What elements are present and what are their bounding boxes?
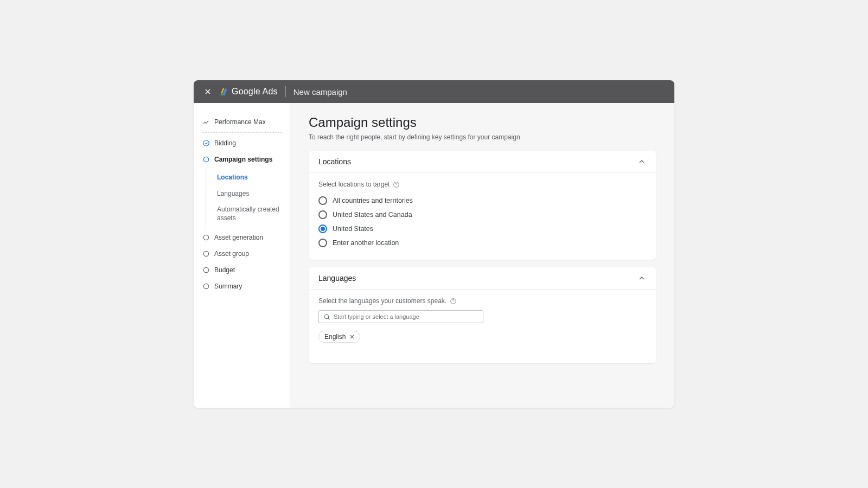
chip-label: English	[324, 333, 346, 341]
circle-icon	[202, 266, 210, 274]
sidebar-step-performance-max[interactable]: Performance Max	[202, 114, 282, 133]
radio-label: United States and Canada	[333, 211, 412, 219]
svg-point-3	[203, 235, 208, 240]
locations-card-title: Locations	[318, 157, 351, 166]
circle-icon	[202, 250, 210, 258]
help-icon[interactable]	[393, 181, 400, 188]
sidebar-substeps: Locations Languages Automatically create…	[206, 168, 282, 229]
chevron-up-icon	[637, 157, 646, 166]
page-name: New campaign	[293, 87, 347, 97]
sidebar-step-asset-generation[interactable]: Asset generation	[202, 229, 282, 246]
language-input[interactable]	[334, 313, 478, 320]
languages-card-title: Languages	[318, 274, 356, 282]
sidebar-step-campaign-settings[interactable]: Campaign settings	[202, 151, 282, 168]
language-chip: English	[318, 331, 360, 343]
language-input-wrap[interactable]	[318, 310, 483, 323]
radio-icon	[318, 224, 327, 233]
circle-icon	[202, 282, 210, 290]
sidebar-step-label: Asset generation	[214, 234, 263, 241]
location-option-us[interactable]: United States	[318, 222, 646, 236]
search-icon	[323, 313, 330, 320]
locations-card-body: Select locations to target All countries…	[309, 173, 656, 260]
sidebar-substep-languages[interactable]: Languages	[206, 186, 282, 202]
locations-card: Locations Select locations to target	[309, 151, 656, 260]
sidebar-step-bidding[interactable]: Bidding	[202, 135, 282, 151]
svg-point-5	[203, 268, 208, 273]
circle-icon	[202, 156, 210, 163]
location-option-all[interactable]: All countries and territories	[318, 194, 646, 208]
radio-label: All countries and territories	[333, 197, 413, 204]
page-title: Campaign settings	[309, 115, 656, 130]
sidebar-step-summary[interactable]: Summary	[202, 278, 282, 294]
brand-primary: Google	[232, 87, 260, 96]
help-icon[interactable]	[450, 298, 457, 305]
sidebar-step-budget[interactable]: Budget	[202, 262, 282, 278]
chevron-up-icon	[637, 274, 646, 282]
locations-card-header[interactable]: Locations	[309, 151, 656, 173]
radio-icon	[318, 196, 327, 205]
radio-icon	[318, 210, 327, 219]
sidebar-step-label: Campaign settings	[214, 156, 272, 163]
sidebar: Performance Max Bidding Campaign setting…	[194, 103, 290, 408]
close-icon	[349, 333, 355, 340]
sidebar-step-label: Summary	[214, 282, 242, 290]
locations-hint-text: Select locations to target	[318, 181, 390, 188]
chip-remove-button[interactable]	[349, 333, 355, 340]
svg-point-9	[324, 314, 329, 319]
modal-body: Performance Max Bidding Campaign setting…	[194, 103, 674, 408]
brand-text: Google Ads	[232, 87, 278, 97]
sidebar-step-asset-group[interactable]: Asset group	[202, 246, 282, 262]
sidebar-substep-locations[interactable]: Locations	[206, 170, 282, 186]
brand-logo: Google Ads	[220, 87, 278, 97]
languages-card: Languages Select the languages your cust…	[309, 267, 656, 363]
sidebar-step-label: Asset group	[214, 250, 249, 258]
circle-icon	[202, 234, 210, 241]
radio-label: Enter another location	[333, 239, 399, 247]
locations-hint: Select locations to target	[318, 181, 646, 188]
page-subtitle: To reach the right people, start by defi…	[309, 133, 656, 141]
google-ads-logo-icon	[220, 87, 229, 97]
svg-point-2	[203, 157, 208, 162]
modal-topbar: Google Ads New campaign	[194, 80, 674, 103]
languages-hint: Select the languages your customers spea…	[318, 297, 646, 305]
check-circle-icon	[202, 139, 210, 147]
campaign-modal: Google Ads New campaign Performance Max …	[194, 80, 674, 408]
svg-point-1	[203, 140, 209, 146]
radio-label: United States	[333, 225, 373, 233]
location-option-other[interactable]: Enter another location	[318, 236, 646, 250]
main-panel: Campaign settings To reach the right peo…	[290, 103, 674, 408]
languages-card-header[interactable]: Languages	[309, 267, 656, 290]
close-icon	[203, 87, 212, 96]
sidebar-step-label: Budget	[214, 266, 235, 274]
svg-point-0	[221, 93, 224, 96]
radio-icon	[318, 239, 327, 247]
location-option-us-canada[interactable]: United States and Canada	[318, 208, 646, 222]
brand-secondary: Ads	[263, 87, 278, 96]
svg-point-6	[203, 284, 208, 289]
trend-icon	[202, 118, 210, 126]
sidebar-step-label: Bidding	[214, 139, 236, 147]
languages-card-body: Select the languages your customers spea…	[309, 290, 656, 363]
svg-point-4	[203, 252, 208, 256]
topbar-divider	[285, 86, 286, 97]
close-button[interactable]	[200, 84, 215, 99]
sidebar-step-label: Performance Max	[214, 118, 266, 126]
languages-hint-text: Select the languages your customers spea…	[318, 297, 446, 305]
sidebar-substep-auto-assets[interactable]: Automatically created assets	[206, 202, 282, 226]
